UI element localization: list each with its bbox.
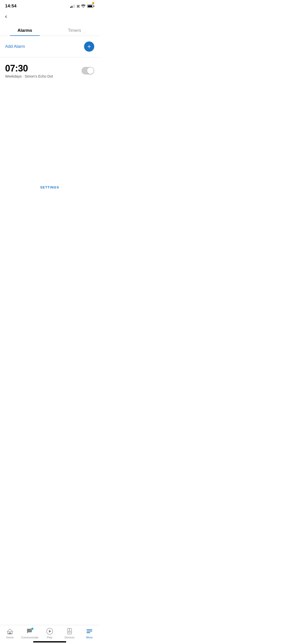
- add-alarm-row: Add Alarm +: [0, 36, 99, 57]
- tabs-container: Alarms Timers: [0, 25, 99, 36]
- status-icons: ⌘: [70, 4, 94, 8]
- alarm-subtitle: Weekdays · Simon's Echo Dot: [5, 74, 53, 78]
- add-alarm-button[interactable]: +: [84, 41, 94, 52]
- alarm-item[interactable]: 07:30 Weekdays · Simon's Echo Dot: [0, 57, 99, 84]
- content-spacer: [0, 84, 99, 178]
- back-arrow-icon[interactable]: ‹: [5, 13, 7, 20]
- status-bar: 14:54 ⌘: [0, 0, 99, 11]
- tab-timers[interactable]: Timers: [50, 25, 99, 36]
- alarm-toggle[interactable]: [82, 67, 94, 75]
- settings-label: SETTINGS: [0, 178, 99, 194]
- signal-bars-icon: [70, 4, 75, 8]
- alarm-time: 07:30: [5, 63, 53, 74]
- status-time: 14:54: [5, 4, 17, 9]
- plus-icon: +: [87, 43, 91, 50]
- battery-icon: [87, 5, 94, 8]
- toggle-thumb: [87, 67, 94, 74]
- tab-alarms[interactable]: Alarms: [0, 25, 50, 36]
- wifi-icon: ⌘: [76, 4, 86, 8]
- add-alarm-text[interactable]: Add Alarm: [5, 44, 25, 49]
- alarm-info: 07:30 Weekdays · Simon's Echo Dot: [5, 63, 53, 78]
- back-button[interactable]: ‹: [0, 11, 99, 22]
- bottom-nav-spacer: [0, 194, 99, 215]
- orange-dot: [92, 2, 94, 4]
